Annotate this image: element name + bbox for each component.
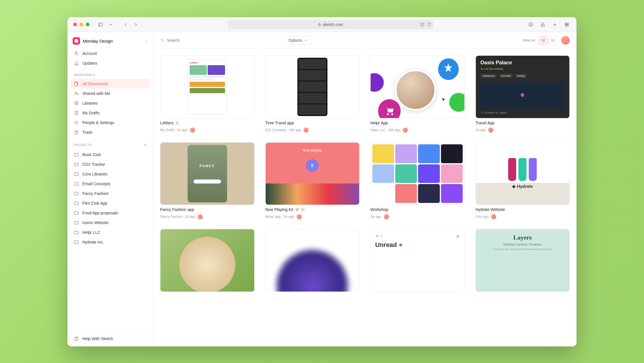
document-card[interactable] xyxy=(160,229,255,292)
svg-point-20 xyxy=(76,103,77,104)
svg-rect-22 xyxy=(75,111,78,115)
browser-window: sketch.com Monday Design Account xyxy=(67,17,577,346)
back-button[interactable] xyxy=(122,21,130,29)
folder-icon xyxy=(74,181,79,186)
document-meta: 2mo ago xyxy=(476,214,570,219)
document-card[interactable]: Oasis Palace★ 4.41 (30 reviews)3 Bedroom… xyxy=(476,55,570,133)
svg-rect-0 xyxy=(98,23,102,26)
view-list-button[interactable] xyxy=(549,36,557,44)
sidebar-project-item[interactable]: Core Libraries xyxy=(67,169,153,179)
search-input[interactable] xyxy=(167,38,280,43)
document-card[interactable] xyxy=(265,229,360,292)
document-card[interactable]: ◆ HydrateHydrate Website 2mo ago xyxy=(476,142,570,220)
folder-icon xyxy=(74,191,79,196)
forward-button[interactable] xyxy=(132,21,140,29)
document-card[interactable]: Workshop 3w ago xyxy=(370,142,465,220)
sidebar-item-label: Helpr LLC xyxy=(82,230,100,235)
svg-point-15 xyxy=(75,52,77,53)
sidebar-project-item[interactable]: Fancy Fashion xyxy=(67,189,153,198)
svg-rect-31 xyxy=(544,39,545,40)
chevron-down-icon[interactable] xyxy=(107,21,115,29)
document-card[interactable]: LetttersLettters My Drafts2h ago xyxy=(160,55,255,133)
sidebar-item-label: Fancy Fashion xyxy=(82,191,109,196)
svg-rect-13 xyxy=(565,25,567,26)
svg-point-27 xyxy=(76,340,77,340)
workspace-name: Monday Design xyxy=(83,39,142,43)
document-meta: iOS Concepts18h ago xyxy=(265,127,360,133)
share-icon[interactable] xyxy=(539,21,547,29)
sidebar-item-updates[interactable]: Updates xyxy=(67,58,153,68)
sidebar-item-label: Shared with Me xyxy=(82,91,110,96)
sidebar-project-item[interactable]: Food App proposals xyxy=(67,208,153,218)
maximize-window-button[interactable] xyxy=(86,23,90,26)
sidebar-project-item[interactable]: Gems Website xyxy=(67,218,153,228)
sidebar-project-item[interactable]: Helpr LLC xyxy=(67,228,153,237)
view-grid-button[interactable] xyxy=(539,36,547,44)
globe-icon xyxy=(295,208,299,212)
document-card[interactable]: LayersHazelnut, Caramel, CinnamonLorem i… xyxy=(476,229,570,292)
titlebar: sketch.com xyxy=(67,17,577,32)
document-title: Time Travel app xyxy=(265,121,360,125)
document-title: Fancy Fashion app xyxy=(160,207,255,212)
document-meta: Fancy Fashion2d ago xyxy=(160,214,255,219)
drafts-icon xyxy=(74,110,79,115)
sidebar-item-help[interactable]: Help With Sketch xyxy=(67,334,153,344)
user-avatar[interactable] xyxy=(561,36,570,45)
sidebar-item-label: Food App proposals xyxy=(82,211,118,215)
url-bar[interactable]: sketch.com xyxy=(228,20,434,29)
view-as-label: View as xyxy=(522,38,535,42)
sidebar-section-projects: PROJECTS + xyxy=(67,137,153,150)
gear-icon xyxy=(74,120,79,125)
lock-icon xyxy=(175,121,179,125)
sidebar-item-libraries[interactable]: Libraries xyxy=(67,98,153,108)
sidebar-toggle-icon[interactable] xyxy=(96,21,104,29)
folder-icon xyxy=(74,162,79,167)
document-card[interactable]: ▼ ≡ ◐Unread xyxy=(370,229,465,292)
svg-rect-30 xyxy=(542,39,543,40)
document-card[interactable]: Now playing⏸Now Playing Kit Music app2w … xyxy=(265,142,360,220)
search-icon xyxy=(160,38,164,43)
sidebar-item-label: My Drafts xyxy=(82,111,100,115)
svg-point-19 xyxy=(77,93,78,95)
sidebar-project-item[interactable]: Book Club xyxy=(67,150,153,159)
document-card[interactable]: Helpr App Helpr LLC19h ago xyxy=(370,55,465,133)
sidebar-item-trash[interactable]: Trash xyxy=(67,127,153,137)
chevron-down-icon xyxy=(304,39,307,42)
main-content: Options View as LetttersLettters My Draf… xyxy=(153,32,577,346)
sidebar-project-item[interactable]: CO2 Tracker xyxy=(67,159,153,169)
sidebar-project-item[interactable]: Film Club App xyxy=(67,198,153,208)
svg-rect-14 xyxy=(567,25,569,26)
options-dropdown[interactable]: Options xyxy=(284,36,312,45)
workspace-logo xyxy=(73,37,80,45)
tabs-overview-icon[interactable] xyxy=(563,21,571,29)
sidebar-item-account[interactable]: Account xyxy=(67,49,153,58)
sidebar-item-label: Email Concepts xyxy=(82,182,110,186)
downloads-icon[interactable] xyxy=(527,21,535,29)
sidebar-item-drafts[interactable]: My Drafts xyxy=(67,108,153,118)
document-card[interactable]: Time Travel app iOS Concepts18h ago xyxy=(265,55,360,133)
new-tab-icon[interactable] xyxy=(551,21,559,29)
svg-point-25 xyxy=(76,122,77,123)
sidebar-item-label: Help With Sketch xyxy=(82,336,113,341)
library-badge-icon xyxy=(301,208,305,212)
sidebar-project-item[interactable]: Hydrate Inc. xyxy=(67,237,153,247)
close-window-button[interactable] xyxy=(73,23,77,26)
workspace-switcher[interactable]: Monday Design xyxy=(67,35,153,49)
sidebar-item-all-documents[interactable]: All Documents xyxy=(71,79,150,89)
folder-icon xyxy=(74,230,79,235)
sidebar-project-item[interactable]: Email Concepts xyxy=(67,179,153,189)
minimize-window-button[interactable] xyxy=(79,23,83,26)
sidebar-item-settings[interactable]: People & Settings xyxy=(67,118,153,127)
document-title: Now Playing Kit xyxy=(265,207,360,212)
svg-rect-32 xyxy=(542,41,543,42)
sidebar-item-label: Hydrate Inc. xyxy=(82,240,104,244)
sidebar-item-label: All Documents xyxy=(82,81,108,86)
svg-point-38 xyxy=(552,40,552,40)
search-field[interactable] xyxy=(160,38,280,43)
add-project-button[interactable]: + xyxy=(144,142,147,147)
reader-icon[interactable] xyxy=(420,22,425,27)
document-title: Hydrate Website xyxy=(476,207,570,212)
sidebar-item-shared[interactable]: Shared with Me xyxy=(67,89,153,98)
document-card[interactable]: FANCYFancy Fashion app Fancy Fashion2d a… xyxy=(160,142,255,220)
reload-icon[interactable] xyxy=(427,22,431,27)
